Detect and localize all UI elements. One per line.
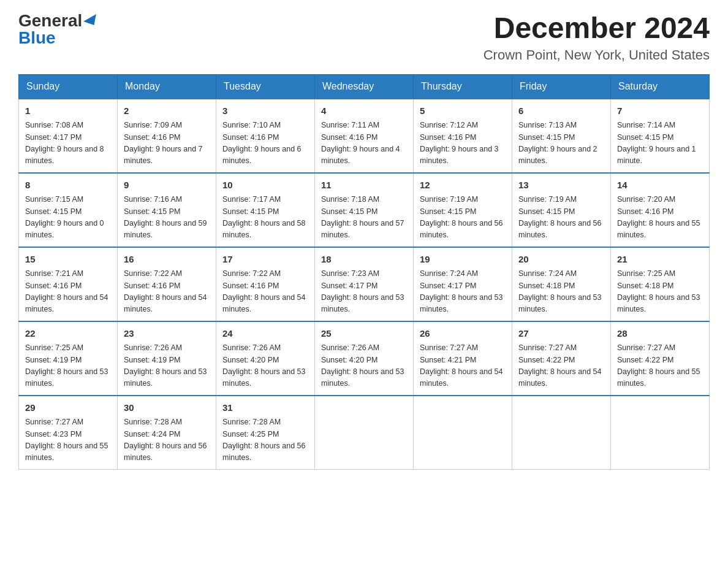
calendar-cell: 14 Sunrise: 7:20 AM Sunset: 4:16 PM Dayl… [611,173,710,247]
calendar-header-row: SundayMondayTuesdayWednesdayThursdayFrid… [19,74,710,99]
calendar-cell: 31 Sunrise: 7:28 AM Sunset: 4:25 PM Dayl… [216,396,315,470]
day-info: Sunrise: 7:24 AM Sunset: 4:17 PM Dayligh… [420,268,506,316]
day-number: 25 [321,327,407,341]
calendar-cell: 28 Sunrise: 7:27 AM Sunset: 4:22 PM Dayl… [611,321,710,396]
day-number: 11 [321,178,407,193]
calendar-cell: 15 Sunrise: 7:21 AM Sunset: 4:16 PM Dayl… [19,247,118,321]
calendar-week-row: 22 Sunrise: 7:25 AM Sunset: 4:19 PM Dayl… [19,321,710,396]
day-info: Sunrise: 7:22 AM Sunset: 4:16 PM Dayligh… [222,268,308,316]
calendar-cell: 25 Sunrise: 7:26 AM Sunset: 4:20 PM Dayl… [315,321,414,396]
day-info: Sunrise: 7:26 AM Sunset: 4:20 PM Dayligh… [222,342,308,390]
calendar-cell: 24 Sunrise: 7:26 AM Sunset: 4:20 PM Dayl… [216,321,315,396]
calendar-cell: 17 Sunrise: 7:22 AM Sunset: 4:16 PM Dayl… [216,247,315,321]
calendar-header-monday: Monday [118,74,216,99]
day-info: Sunrise: 7:15 AM Sunset: 4:15 PM Dayligh… [25,194,111,242]
logo-general-text: General [18,11,82,30]
day-info: Sunrise: 7:11 AM Sunset: 4:16 PM Dayligh… [321,120,407,167]
day-number: 10 [222,178,308,193]
day-info: Sunrise: 7:27 AM Sunset: 4:23 PM Dayligh… [25,416,111,464]
day-number: 20 [518,253,604,267]
day-number: 17 [222,253,308,267]
calendar-cell: 1 Sunrise: 7:08 AM Sunset: 4:17 PM Dayli… [19,99,118,173]
calendar-week-row: 15 Sunrise: 7:21 AM Sunset: 4:16 PM Dayl… [19,247,710,321]
day-info: Sunrise: 7:08 AM Sunset: 4:17 PM Dayligh… [25,120,111,167]
calendar-cell: 5 Sunrise: 7:12 AM Sunset: 4:16 PM Dayli… [414,99,512,173]
day-number: 12 [420,178,506,193]
day-info: Sunrise: 7:13 AM Sunset: 4:15 PM Dayligh… [518,120,604,167]
day-number: 26 [420,327,506,341]
day-number: 6 [518,104,604,118]
day-info: Sunrise: 7:20 AM Sunset: 4:16 PM Dayligh… [617,194,703,242]
calendar-cell: 20 Sunrise: 7:24 AM Sunset: 4:18 PM Dayl… [512,247,611,321]
calendar-cell: 11 Sunrise: 7:18 AM Sunset: 4:15 PM Dayl… [315,173,414,247]
logo-blue-text: Blue [18,29,56,47]
day-info: Sunrise: 7:23 AM Sunset: 4:17 PM Dayligh… [321,268,407,316]
day-number: 19 [420,253,506,267]
location-title: Crown Point, New York, United States [483,47,710,63]
calendar-cell: 9 Sunrise: 7:16 AM Sunset: 4:15 PM Dayli… [118,173,216,247]
day-info: Sunrise: 7:21 AM Sunset: 4:16 PM Dayligh… [25,268,111,316]
logo: General Blue [18,12,99,47]
page-header: General Blue December 2024 Crown Point, … [18,12,710,63]
calendar-header-thursday: Thursday [414,74,512,99]
calendar-cell: 6 Sunrise: 7:13 AM Sunset: 4:15 PM Dayli… [512,99,611,173]
day-info: Sunrise: 7:09 AM Sunset: 4:16 PM Dayligh… [124,120,210,167]
calendar-week-row: 8 Sunrise: 7:15 AM Sunset: 4:15 PM Dayli… [19,173,710,247]
day-info: Sunrise: 7:12 AM Sunset: 4:16 PM Dayligh… [420,120,506,167]
calendar-cell: 8 Sunrise: 7:15 AM Sunset: 4:15 PM Dayli… [19,173,118,247]
day-number: 3 [222,104,308,118]
calendar-cell: 13 Sunrise: 7:19 AM Sunset: 4:15 PM Dayl… [512,173,611,247]
day-info: Sunrise: 7:27 AM Sunset: 4:22 PM Dayligh… [617,342,703,390]
calendar-header-wednesday: Wednesday [315,74,414,99]
day-info: Sunrise: 7:27 AM Sunset: 4:21 PM Dayligh… [420,342,506,390]
calendar-header-saturday: Saturday [611,74,710,99]
day-number: 21 [617,253,703,267]
calendar-cell: 10 Sunrise: 7:17 AM Sunset: 4:15 PM Dayl… [216,173,315,247]
calendar-cell: 29 Sunrise: 7:27 AM Sunset: 4:23 PM Dayl… [19,396,118,470]
calendar-table: SundayMondayTuesdayWednesdayThursdayFrid… [18,74,710,470]
day-number: 22 [25,327,111,341]
day-number: 14 [617,178,703,193]
day-info: Sunrise: 7:17 AM Sunset: 4:15 PM Dayligh… [222,194,308,242]
day-info: Sunrise: 7:19 AM Sunset: 4:15 PM Dayligh… [420,194,506,242]
month-title: December 2024 [483,12,710,45]
calendar-header-sunday: Sunday [19,74,118,99]
calendar-cell: 7 Sunrise: 7:14 AM Sunset: 4:15 PM Dayli… [611,99,710,173]
day-number: 13 [518,178,604,193]
day-info: Sunrise: 7:26 AM Sunset: 4:20 PM Dayligh… [321,342,407,390]
day-number: 4 [321,104,407,118]
calendar-cell [611,396,710,470]
day-number: 23 [124,327,210,341]
day-info: Sunrise: 7:18 AM Sunset: 4:15 PM Dayligh… [321,194,407,242]
logo-arrow-icon [83,14,100,29]
calendar-cell: 18 Sunrise: 7:23 AM Sunset: 4:17 PM Dayl… [315,247,414,321]
day-number: 9 [124,178,210,193]
calendar-cell: 23 Sunrise: 7:26 AM Sunset: 4:19 PM Dayl… [118,321,216,396]
calendar-cell: 3 Sunrise: 7:10 AM Sunset: 4:16 PM Dayli… [216,99,315,173]
calendar-week-row: 1 Sunrise: 7:08 AM Sunset: 4:17 PM Dayli… [19,99,710,173]
calendar-cell: 2 Sunrise: 7:09 AM Sunset: 4:16 PM Dayli… [118,99,216,173]
calendar-week-row: 29 Sunrise: 7:27 AM Sunset: 4:23 PM Dayl… [19,396,710,470]
day-number: 5 [420,104,506,118]
day-info: Sunrise: 7:26 AM Sunset: 4:19 PM Dayligh… [124,342,210,390]
day-number: 8 [25,178,111,193]
day-info: Sunrise: 7:28 AM Sunset: 4:25 PM Dayligh… [222,416,308,464]
day-number: 1 [25,104,111,118]
day-info: Sunrise: 7:28 AM Sunset: 4:24 PM Dayligh… [124,416,210,464]
day-number: 24 [222,327,308,341]
calendar-cell [414,396,512,470]
calendar-cell: 22 Sunrise: 7:25 AM Sunset: 4:19 PM Dayl… [19,321,118,396]
day-info: Sunrise: 7:16 AM Sunset: 4:15 PM Dayligh… [124,194,210,242]
day-number: 31 [222,401,308,415]
day-info: Sunrise: 7:22 AM Sunset: 4:16 PM Dayligh… [124,268,210,316]
calendar-cell: 26 Sunrise: 7:27 AM Sunset: 4:21 PM Dayl… [414,321,512,396]
title-area: December 2024 Crown Point, New York, Uni… [483,12,710,63]
day-number: 7 [617,104,703,118]
calendar-header-tuesday: Tuesday [216,74,315,99]
day-number: 2 [124,104,210,118]
day-info: Sunrise: 7:24 AM Sunset: 4:18 PM Dayligh… [518,268,604,316]
calendar-cell: 19 Sunrise: 7:24 AM Sunset: 4:17 PM Dayl… [414,247,512,321]
day-number: 30 [124,401,210,415]
day-number: 15 [25,253,111,267]
day-number: 29 [25,401,111,415]
